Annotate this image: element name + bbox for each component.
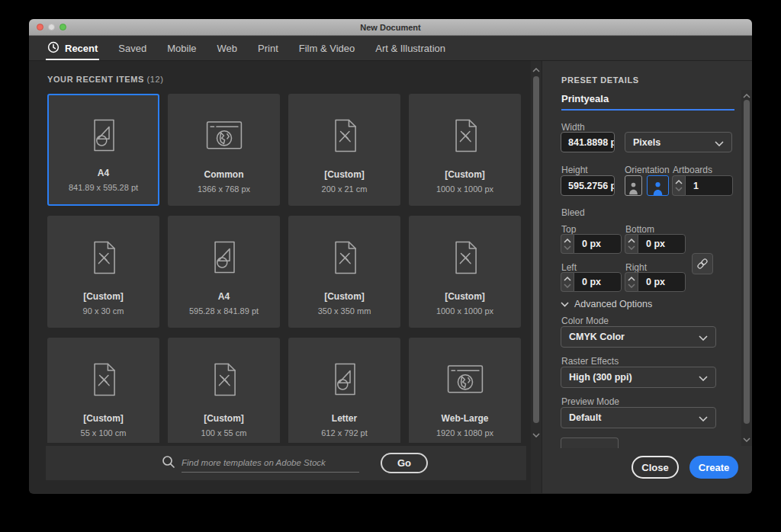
advanced-options-toggle[interactable]: Advanced Options [561,299,652,309]
preset-size: 612 x 792 pt [321,428,368,437]
preset-size: 350 x 350 mm [318,306,371,316]
custom-icon [445,94,485,169]
preset-size: 1000 x 1000 px [436,306,493,316]
close-button[interactable]: Close [632,456,679,479]
color-mode-label: Color Mode [561,316,609,326]
preset-card[interactable]: [Custom]1000 x 1000 px [409,94,521,206]
stepper-buttons[interactable] [561,272,574,292]
chevron-down-icon [699,411,708,425]
stepper-buttons[interactable] [561,234,574,254]
main-scrollbar[interactable] [531,61,542,493]
recent-items-count: (12) [147,75,164,84]
scroll-down-icon[interactable] [741,435,752,444]
preset-name: [Custom] [445,291,485,302]
custom-icon [445,216,485,291]
artboards-label: Artboards [673,165,712,175]
tab-saved[interactable]: Saved [118,36,146,60]
raster-effects-value: High (300 ppi) [569,372,632,383]
zoom-window-button[interactable] [59,24,66,30]
stepper-buttons[interactable] [625,272,638,292]
tab-film-video[interactable]: Film & Video [299,36,355,60]
custom-document-icon [325,238,365,277]
bleed-right-stepper[interactable]: 0 px [625,272,686,292]
preset-name: A4 [98,168,109,178]
custom-document-icon [84,360,124,399]
scroll-up-icon[interactable] [531,66,542,75]
artboards-value[interactable]: 1 [685,175,733,196]
close-window-button[interactable] [37,24,43,30]
recent-items-heading: YOUR RECENT ITEMS (12) [47,75,164,84]
raster-effects-dropdown[interactable]: High (300 ppi) [561,367,716,388]
bleed-bottom-value[interactable]: 0 px [638,234,686,254]
preset-size: 1920 x 1080 px [436,428,493,437]
bleed-right-value[interactable]: 0 px [638,272,686,292]
preset-card[interactable]: [Custom]350 x 350 mm [288,216,400,328]
clipped-dropdown[interactable] [561,437,619,448]
tab-recent[interactable]: Recent [47,36,98,60]
panel-scrollbar[interactable] [741,90,752,446]
create-button[interactable]: Create [689,456,738,479]
preset-name: [Custom] [445,169,485,180]
web-icon [203,94,246,169]
artboard-icon [84,116,124,155]
tab-bar: Recent Saved Mobile Web Print Film & Vid… [29,36,752,61]
preset-details-panel: PRESET DETAILS Width Pixels Height Orien… [542,61,752,493]
custom-document-icon [204,360,244,399]
scrollbar-thumb[interactable] [744,100,750,424]
preset-card[interactable]: [Custom]90 x 30 cm [47,216,159,328]
preset-card[interactable]: Common1366 x 768 px [168,94,280,206]
preset-card[interactable]: Letter612 x 792 pt [288,338,400,443]
preset-name: [Custom] [83,413,124,424]
preset-card[interactable]: [Custom]100 x 55 cm [168,338,280,443]
preset-card[interactable]: [Custom]55 x 100 cm [47,338,159,443]
scroll-down-icon[interactable] [531,431,542,440]
tab-label: Mobile [167,43,196,54]
height-input[interactable] [561,175,615,196]
scrollbar-thumb[interactable] [533,76,539,423]
bleed-bottom-stepper[interactable]: 0 px [625,234,686,254]
orientation-portrait-button[interactable] [625,175,642,196]
chevron-down-icon [699,330,708,344]
window-title: New Document [360,23,420,32]
artboards-stepper[interactable]: 1 [672,175,733,196]
go-button[interactable]: Go [381,453,428,473]
document-name-field[interactable] [561,93,734,111]
search-input[interactable] [182,454,359,473]
link-bleed-values-button[interactable] [692,253,713,274]
tab-web[interactable]: Web [217,36,238,60]
tab-mobile[interactable]: Mobile [167,36,196,60]
custom-icon [325,216,365,291]
artboard-icon [204,216,244,291]
bleed-top-label: Top [561,224,576,235]
preset-card[interactable]: A4841.89 x 595.28 pt [47,94,159,206]
stepper-buttons[interactable] [672,175,685,196]
preset-card[interactable]: A4595.28 x 841.89 pt [168,216,280,328]
orientation-landscape-button[interactable] [647,175,669,196]
stepper-buttons[interactable] [625,234,638,254]
custom-document-icon [445,238,485,277]
preset-card[interactable]: [Custom]1000 x 1000 px [409,216,521,328]
color-mode-value: CMYK Color [569,332,625,342]
minimize-window-button[interactable] [48,24,55,30]
new-document-dialog: New Document Recent Saved Mobile Web Pri… [29,19,752,494]
bleed-top-value[interactable]: 0 px [574,234,622,254]
preview-mode-dropdown[interactable]: Default [561,407,716,428]
bleed-top-stepper[interactable]: 0 px [561,234,622,254]
preset-card[interactable]: Web-Large1920 x 1080 px [409,338,521,443]
width-label: Width [561,122,585,133]
color-mode-dropdown[interactable]: CMYK Color [561,326,716,348]
orientation-label: Orientation [625,165,670,175]
recent-items-area: YOUR RECENT ITEMS (12) A4841.89 x 595.28… [29,61,542,493]
preset-card[interactable]: [Custom]200 x 21 cm [288,94,400,206]
custom-icon [325,94,365,169]
units-dropdown[interactable]: Pixels [625,132,732,152]
bleed-left-stepper[interactable]: 0 px [561,272,622,292]
bleed-left-value[interactable]: 0 px [574,272,622,292]
raster-effects-label: Raster Effects [561,356,619,367]
width-input[interactable] [561,132,615,152]
preset-size: 55 x 100 cm [81,428,127,437]
units-value: Pixels [633,137,660,148]
preset-name: Common [204,169,244,180]
tab-art-illustration[interactable]: Art & Illustration [375,36,445,60]
tab-print[interactable]: Print [258,36,278,60]
